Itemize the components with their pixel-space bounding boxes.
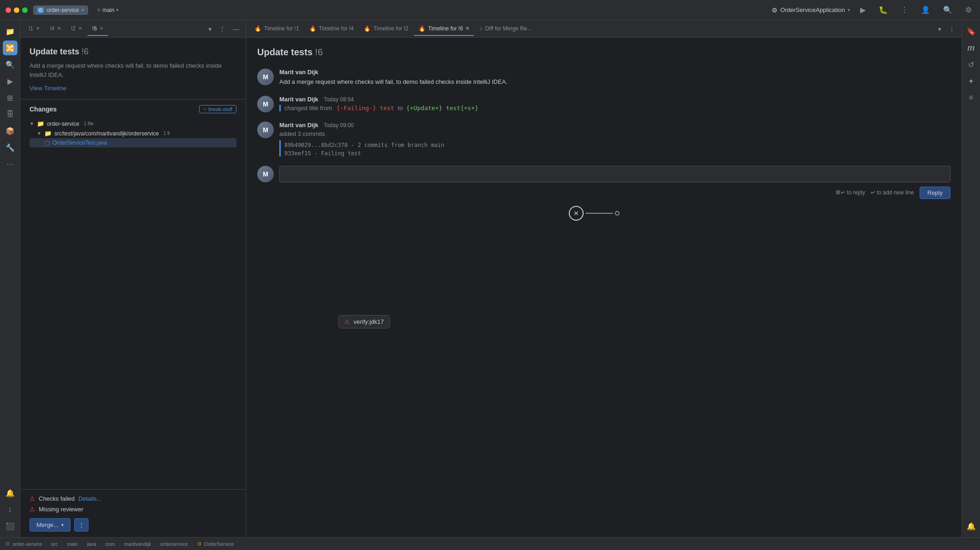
left-tabs-minimize[interactable]: —: [230, 24, 242, 34]
sidebar-icon-git[interactable]: 🔀: [3, 41, 18, 55]
tree-root[interactable]: ▼ 📁 order-service 1 file: [30, 119, 236, 129]
right-tool-bar: 🔖 m ↺ ✦ ≡ 🔔: [962, 20, 980, 537]
timeline-entry-0: M Marit van Dijk Add a merge request whe…: [257, 69, 950, 87]
changes-header: Changes ⑂ break-stuff: [30, 105, 236, 113]
sidebar-icon-more[interactable]: ⋯: [3, 157, 18, 171]
right-tool-diff[interactable]: ≡: [964, 90, 979, 105]
debug-btn[interactable]: 🐛: [876, 5, 891, 15]
branch-icon: ⑂: [97, 7, 100, 13]
status-orderservice-icon: ⊙: [197, 541, 201, 547]
close-btn[interactable]: [6, 7, 11, 13]
sidebar-icon-db[interactable]: 🗄: [3, 107, 18, 122]
tl-i6-close[interactable]: ✕: [466, 26, 469, 31]
tree-file[interactable]: ◯ OrderServiceTest.java: [30, 138, 236, 147]
sidebar-icon-packages[interactable]: 📦: [3, 123, 18, 138]
tl-i6-label: Timeline for !6: [428, 25, 463, 32]
right-tool-notifications[interactable]: 🔔: [964, 519, 979, 533]
tree-folder[interactable]: ▼ 📁 src/test/java/com/maritvandijk/order…: [30, 129, 236, 138]
right-tool-ai[interactable]: ✦: [964, 74, 979, 88]
tab-i1-close[interactable]: ✕: [36, 26, 40, 31]
right-tab-tl-i2[interactable]: 🔥 Timeline for !2: [359, 22, 413, 36]
verify-popup[interactable]: ⚠ verify:jdk17: [338, 315, 390, 328]
sidebar-icon-structure[interactable]: ⊞: [3, 90, 18, 105]
drag-line: [585, 213, 613, 214]
branch-tag[interactable]: ⑂ break-stuff: [199, 105, 236, 113]
sidebar-icon-git2[interactable]: ↕: [3, 502, 18, 517]
folder-chevron: ▼: [37, 131, 41, 136]
sidebar-icon-notifications[interactable]: 🔔: [3, 486, 18, 500]
right-tab-tl-i1[interactable]: 🔥 Timeline for !1: [250, 22, 304, 36]
status-main[interactable]: main: [67, 541, 78, 547]
left-tab-i6[interactable]: !6 ✕: [88, 22, 108, 36]
sidebar-icon-files[interactable]: 📁: [3, 24, 18, 39]
status-sep-3: ›: [100, 541, 102, 547]
sidebar-icon-search[interactable]: 🔍: [3, 57, 18, 72]
profile-btn[interactable]: 👤: [918, 5, 933, 15]
entry-author-1: Marit van Dijk Today 08:54: [279, 96, 950, 103]
status-maritvandijk[interactable]: maritvandijk: [124, 541, 151, 547]
left-panel: !1 ✕ !4 ✕ !2 ✕ !6 ✕ ▾ ⋮ —: [20, 20, 246, 537]
status-class[interactable]: OrderService: [204, 541, 234, 547]
tl-i2-emoji: 🔥: [364, 25, 371, 32]
status-repo[interactable]: order-service: [12, 541, 42, 547]
reply-button[interactable]: Reply: [920, 187, 950, 199]
minimize-btn[interactable]: [14, 7, 19, 13]
settings-btn[interactable]: ⚙: [962, 5, 974, 15]
comment-input[interactable]: [279, 166, 950, 182]
root-folder-icon: 📁: [37, 120, 44, 127]
mr-content: Update tests !6 Add a merge request wher…: [20, 38, 246, 99]
right-tab-tl-i6[interactable]: 🔥 Timeline for !6 ✕: [414, 22, 474, 36]
repo-num: 0: [37, 7, 44, 13]
check-details-link[interactable]: Details...: [78, 495, 102, 502]
tab-i1-label: !1: [29, 25, 33, 32]
left-tab-i1[interactable]: !1 ✕: [24, 22, 44, 36]
left-tabs-options[interactable]: ⋮: [216, 24, 228, 34]
left-tabs-more[interactable]: ▾: [206, 24, 214, 34]
right-panel: 🔥 Timeline for !1 🔥 Timeline for !4 🔥 Ti…: [246, 20, 962, 537]
comment-hint-newline: ↵ to add new line: [871, 189, 914, 196]
right-tabs-more[interactable]: ▾: [935, 24, 944, 34]
right-tab-diff[interactable]: ↕ Diff for Merge Re...: [475, 22, 536, 36]
tab-i2-close[interactable]: ✕: [78, 26, 82, 31]
right-tab-tl-i4[interactable]: 🔥 Timeline for !4: [305, 22, 359, 36]
comment-hint-cmd: ⌘↵ to reply: [835, 189, 865, 196]
status-bar: ⊙ order-service › src › main › java › co…: [0, 537, 980, 550]
drag-circle[interactable]: ✕: [569, 206, 584, 221]
merge-more-btn[interactable]: ⋮: [74, 518, 89, 532]
title-change-row: changed title from {-Failing-} test to {…: [279, 105, 950, 111]
app-name[interactable]: ⚙ OrderServiceApplication ▾: [772, 6, 850, 14]
repo-badge[interactable]: 0 order-service ▾: [33, 6, 88, 15]
branch-selector[interactable]: ⑂ main ▾: [94, 6, 122, 14]
sidebar-icon-tools[interactable]: 🔧: [3, 140, 18, 155]
tab-i4-close[interactable]: ✕: [57, 26, 61, 31]
close-icon: ✕: [573, 210, 579, 217]
changes-section: Changes ⑂ break-stuff ▼ 📁 order-service …: [20, 99, 246, 489]
right-tool-bookmarks[interactable]: 🔖: [964, 24, 979, 39]
status-orderservice[interactable]: orderservice: [160, 541, 188, 547]
search-btn[interactable]: 🔍: [940, 5, 955, 15]
run-btn[interactable]: ▶: [857, 5, 868, 15]
comment-area: M ⌘↵ to reply ↵ to add new line Reply: [257, 166, 950, 208]
right-tabs: 🔥 Timeline for !1 🔥 Timeline for !4 🔥 Ti…: [246, 20, 962, 38]
file-icon: ◯: [44, 140, 50, 146]
left-tab-i2[interactable]: !2 ✕: [66, 22, 87, 36]
timeline-entry-1: M Marit van Dijk Today 08:54 changed tit…: [257, 96, 950, 112]
right-tabs-options[interactable]: ⋮: [946, 24, 958, 34]
view-timeline-link[interactable]: View Timeline: [30, 85, 66, 92]
status-java[interactable]: java: [87, 541, 96, 547]
left-tab-i4[interactable]: !4 ✕: [45, 22, 65, 36]
maximize-btn[interactable]: [22, 7, 28, 13]
status-com[interactable]: com: [106, 541, 115, 547]
merge-button[interactable]: Merge... ▾: [30, 518, 71, 532]
sidebar-icon-terminal[interactable]: ⬛: [3, 519, 18, 533]
right-tool-m[interactable]: m: [964, 41, 979, 55]
right-tool-undo[interactable]: ↺: [964, 57, 979, 72]
merge-row: Merge... ▾ ⋮: [30, 518, 236, 532]
sidebar-icon-run[interactable]: ▶: [3, 74, 18, 88]
status-sep-6: ›: [192, 541, 194, 547]
root-badge: 1 file: [84, 121, 94, 126]
status-src[interactable]: src: [51, 541, 58, 547]
more-btn[interactable]: ⋮: [898, 5, 911, 15]
tab-i6-close[interactable]: ✕: [100, 26, 103, 31]
old-title: {-Failing-} test: [337, 105, 394, 111]
